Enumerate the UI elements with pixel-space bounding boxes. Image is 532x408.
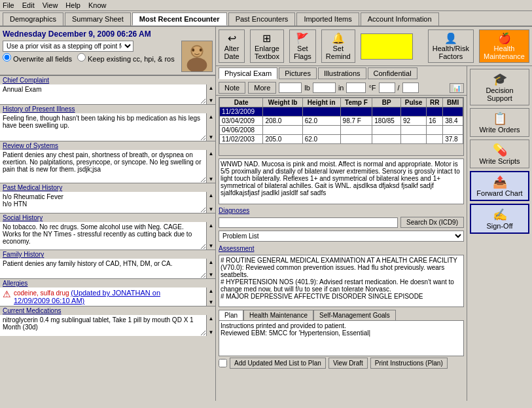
- assessment-area[interactable]: # ROUTINE GENERAL MEDICAL EXAMINATION AT…: [219, 255, 464, 307]
- tab-summary-sheet[interactable]: Summary Sheet: [65, 12, 131, 26]
- tab-pictures[interactable]: Pictures: [279, 67, 317, 79]
- diagnoses-row: Diagnoses: [216, 206, 467, 215]
- family-history-input[interactable]: Patient denies any family history of CAD…: [0, 259, 206, 278]
- svg-point-2: [187, 58, 207, 72]
- ros-scroll: ▲ ▼: [206, 150, 215, 183]
- dx-search-input[interactable]: [219, 217, 398, 228]
- family-history-scroll-down[interactable]: ▼: [207, 271, 215, 278]
- ros-scroll-up[interactable]: ▲: [207, 150, 215, 157]
- chief-complaint-input[interactable]: Annual Exam: [0, 84, 206, 104]
- radio-group: Overwrite all fields Keep existing cc, h…: [3, 53, 177, 63]
- tab-plan[interactable]: Plan: [219, 310, 243, 320]
- ros-input[interactable]: Patient denies any chest pain, shortness…: [0, 150, 206, 183]
- view-draft-button[interactable]: View Draft: [328, 358, 368, 369]
- past-medical-scroll-up[interactable]: ▲: [207, 192, 215, 199]
- weight-input[interactable]: [279, 83, 302, 93]
- sign-off-button[interactable]: ✍ Sign-Off: [470, 204, 529, 234]
- menu-know[interactable]: Know: [88, 1, 107, 9]
- menubar: File Edit View Help Know: [0, 0, 532, 11]
- write-orders-button[interactable]: 📋 Write Orders: [470, 108, 529, 137]
- note-button[interactable]: Note: [219, 82, 245, 94]
- plan-content[interactable]: Instructions printed and provided to pat…: [219, 320, 464, 356]
- write-scripts-button[interactable]: 💊 Write Scripts: [470, 139, 529, 168]
- social-history-scroll: ▲ ▼: [206, 222, 215, 250]
- vitals-chart-button[interactable]: 📊: [450, 83, 464, 93]
- add-med-checkbox[interactable]: [219, 359, 227, 367]
- social-history-scroll-down[interactable]: ▼: [207, 242, 215, 250]
- allergies-scroll-up[interactable]: ▲: [207, 287, 215, 295]
- tab-account-information[interactable]: Account Information: [361, 12, 439, 26]
- menu-view[interactable]: View: [43, 1, 58, 9]
- yellow-indicator-box: [361, 33, 413, 60]
- tab-health-maintenance[interactable]: Health Maintenance: [243, 310, 313, 320]
- dx-search-button[interactable]: Search Dx (ICD9): [400, 217, 464, 228]
- set-remind-button[interactable]: 🔔 Set Remind: [321, 29, 355, 63]
- assessment-label: Assessment: [219, 245, 254, 252]
- health-maintenance-button[interactable]: 🍎 Health Maintenance: [479, 29, 529, 63]
- current-medications-input[interactable]: nitroglycerin 0.4 mg sublingual tablet, …: [0, 315, 206, 336]
- ros-scroll-down[interactable]: ▼: [207, 176, 215, 183]
- tab-self-management[interactable]: Self-Management Goals: [313, 310, 396, 320]
- diagnoses-search-row: Search Dx (ICD9): [216, 215, 467, 229]
- menu-edit[interactable]: Edit: [22, 1, 35, 9]
- chief-complaint-scroll-down[interactable]: ▼: [207, 97, 215, 104]
- sign-off-icon: ✍: [493, 208, 507, 222]
- history-scroll-down[interactable]: ▼: [207, 134, 215, 141]
- tab-imported-items[interactable]: Imported Items: [296, 12, 359, 26]
- alter-date-button[interactable]: ↩ Alter Date: [219, 29, 245, 63]
- print-instructions-button[interactable]: Print Instructions (Plan): [370, 358, 448, 369]
- col-weight: Weight lb: [263, 98, 302, 107]
- radio-overwrite[interactable]: Overwrite all fields: [3, 53, 72, 63]
- vitals-table: Date Weight lb Height in Temp F BP Pulse…: [219, 98, 463, 144]
- add-med-button[interactable]: Add Updated Med List to Plan: [230, 358, 326, 369]
- past-medical-scroll-down[interactable]: ▼: [207, 206, 215, 213]
- tab-demographics[interactable]: Demographics: [3, 12, 63, 26]
- more-button[interactable]: More: [248, 82, 276, 94]
- exam-notes-area[interactable]: WNWD NAD. Mucosa is pink and moist. Affe…: [219, 158, 464, 204]
- history-content-wrap: Feeling fine, though hasn't been taking …: [0, 113, 215, 141]
- table-row[interactable]: 11/23/2009: [220, 107, 463, 117]
- tab-confidential[interactable]: Confidential: [368, 67, 417, 79]
- chief-complaint-scroll-up[interactable]: ▲: [207, 84, 215, 92]
- enlarge-textbox-button[interactable]: ⊞ Enlarge Textbox: [250, 29, 284, 63]
- table-row[interactable]: 04/06/2008: [220, 126, 463, 135]
- right-main: Physical Exam Pictures Illustrations Con…: [216, 66, 467, 401]
- temp-input[interactable]: [346, 83, 366, 93]
- slash-label: /: [398, 84, 400, 92]
- tab-illustrations[interactable]: Illustrations: [318, 67, 366, 79]
- social-history-input[interactable]: No tobacco. No rec drugs. Some alcohol u…: [0, 222, 206, 250]
- table-row[interactable]: 03/04/2009 208.0 62.0 98.7 F 180/85 92 1…: [220, 117, 463, 126]
- radio-keep[interactable]: Keep existing cc, hpi, & ros: [77, 53, 175, 63]
- current-medications-scroll-down[interactable]: ▼: [207, 329, 215, 336]
- decision-support-button[interactable]: 🎓 Decision Support: [470, 69, 529, 105]
- tab-past-encounters[interactable]: Past Encounters: [228, 12, 296, 26]
- history-input[interactable]: Feeling fine, though hasn't been taking …: [0, 113, 206, 141]
- prior-visit-select[interactable]: Use a prior visit as a stepping off poin…: [3, 41, 133, 52]
- chief-complaint-scroll: ▲ ▼: [206, 84, 215, 104]
- bp-input2[interactable]: [402, 83, 419, 93]
- social-history-scroll-up[interactable]: ▲: [207, 222, 215, 229]
- menu-help[interactable]: Help: [65, 1, 80, 9]
- table-row[interactable]: 11/02/2003 205.0 62.0 37.8: [220, 135, 463, 144]
- height-input[interactable]: [313, 83, 336, 93]
- family-history-content-wrap: Patient denies any family history of CAD…: [0, 259, 215, 278]
- problem-list-select[interactable]: Problem List: [219, 231, 464, 242]
- forward-chart-button[interactable]: 📤 Forward Chart: [470, 171, 529, 201]
- col-date: Date: [220, 98, 263, 107]
- allergies-content-wrap: ⚠ codeine, sulfa drug (Updated by JONATH…: [0, 287, 215, 306]
- family-history-scroll-up[interactable]: ▲: [207, 259, 215, 266]
- menu-file[interactable]: File: [3, 1, 14, 9]
- current-medications-scroll-up[interactable]: ▲: [207, 315, 215, 322]
- allergies-scroll-down[interactable]: ▼: [207, 299, 215, 306]
- health-risk-button[interactable]: 👤 Health/Risk Factors: [428, 29, 474, 63]
- allergies-header: Allergies: [0, 278, 215, 287]
- tab-most-recent-encounter[interactable]: Most Recent Encounter: [132, 12, 227, 26]
- col-temp: Temp F: [340, 98, 372, 107]
- past-medical-input[interactable]: h/o Rheumatic Fever h/o HTN: [0, 192, 206, 213]
- bp-input1[interactable]: [379, 83, 395, 93]
- right-area: ↩ Alter Date ⊞ Enlarge Textbox 🚩 Set Fla…: [216, 27, 532, 401]
- tab-physical-exam[interactable]: Physical Exam: [219, 67, 277, 79]
- history-scroll-up[interactable]: ▲: [207, 113, 215, 121]
- set-flags-button[interactable]: 🚩 Set Flags: [289, 29, 316, 63]
- top-toolbar: ↩ Alter Date ⊞ Enlarge Textbox 🚩 Set Fla…: [216, 27, 532, 66]
